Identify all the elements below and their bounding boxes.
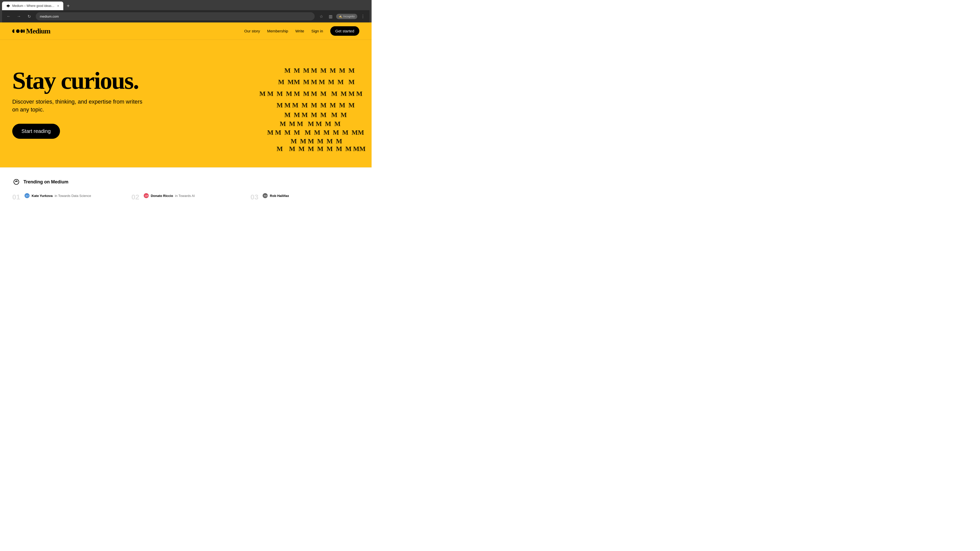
nav-signin[interactable]: Sign in: [311, 29, 323, 33]
hero-section: Stay curious. Discover stories, thinking…: [0, 40, 372, 167]
start-reading-button[interactable]: Start reading: [12, 124, 60, 139]
trending-author-info: RH Rob Hallifax: [262, 193, 360, 198]
nav-our-story[interactable]: Our story: [244, 29, 260, 33]
trending-items-list: 01 KY Kate Yurkova in Towards Data Scien…: [12, 193, 360, 201]
get-started-button[interactable]: Get started: [330, 26, 360, 36]
trending-number: 03: [250, 193, 259, 201]
author-avatar: KY: [24, 193, 30, 198]
trending-item[interactable]: 01 KY Kate Yurkova in Towards Data Scien…: [12, 193, 121, 201]
browser-tabs: Medium – Where good ideas f... × +: [2, 2, 369, 10]
medium-navbar: Medium Our story Membership Write Sign i…: [0, 22, 372, 40]
nav-membership[interactable]: Membership: [267, 29, 288, 33]
svg-rect-5: [14, 28, 16, 35]
svg-rect-2: [8, 4, 8, 7]
trending-number: 01: [12, 193, 21, 201]
hero-decoration: MMMMMMMMMMMMMMMMMMMMMMMMMMMMMMMMMMMMMMMM…: [203, 55, 360, 152]
active-tab[interactable]: Medium – Where good ideas f... ×: [2, 2, 63, 10]
trending-item-content: DR Donato Riccio in Towards AI: [144, 193, 240, 199]
browser-menu-button[interactable]: ⋮: [360, 13, 366, 20]
author-avatar: DR: [144, 193, 149, 198]
hero-content: Stay curious. Discover stories, thinking…: [12, 55, 203, 152]
url-input[interactable]: [36, 12, 315, 21]
address-bar: ← → ↻ ☆ ▥ 🕵 Incognito ⋮: [2, 10, 369, 22]
svg-text:RH: RH: [264, 195, 267, 197]
forward-button[interactable]: →: [15, 13, 22, 20]
trending-number: 02: [131, 193, 140, 201]
svg-text:DR: DR: [145, 195, 148, 197]
trending-section-title: Trending on Medium: [24, 179, 68, 185]
hero-title: Stay curious.: [12, 68, 203, 93]
bookmark-button[interactable]: ☆: [318, 13, 325, 20]
hero-subtitle: Discover stories, thinking, and expertis…: [12, 98, 145, 114]
browser-chrome: Medium – Where good ideas f... × + ← → ↻…: [0, 0, 372, 22]
incognito-icon: 🕵: [339, 15, 342, 18]
trending-item-content: RH Rob Hallifax: [262, 193, 360, 199]
author-avatar: RH: [262, 193, 268, 198]
tab-favicon: [6, 4, 10, 8]
author-name: Kate Yurkova: [32, 194, 52, 198]
trending-section: Trending on Medium 01 KY Kate Yurkova in…: [0, 167, 372, 211]
medium-logo-icon: [12, 27, 25, 35]
trending-item-content: KY Kate Yurkova in Towards Data Science: [24, 193, 121, 199]
m-pattern-decoration: MMMMMMMMMMMMMMMMMMMMMMMMMMMMMMMMMMMMMMMM…: [203, 55, 360, 152]
browser-action-buttons: ☆ ▥ 🕵 Incognito ⋮: [318, 13, 366, 20]
incognito-label: Incognito: [343, 15, 355, 18]
medium-website: Medium Our story Membership Write Sign i…: [0, 22, 372, 211]
tab-close-button[interactable]: ×: [57, 4, 59, 8]
trending-author-info: KY Kate Yurkova in Towards Data Science: [24, 193, 121, 198]
reload-button[interactable]: ↻: [25, 13, 33, 20]
sidebar-button[interactable]: ▥: [327, 13, 334, 20]
svg-point-7: [23, 29, 25, 33]
nav-write[interactable]: Write: [295, 29, 304, 33]
new-tab-button[interactable]: +: [64, 2, 73, 10]
trending-item[interactable]: 03 RH Rob Hallifax: [250, 193, 360, 201]
author-name: Rob Hallifax: [270, 194, 289, 198]
svg-point-4: [16, 29, 20, 33]
svg-text:KY: KY: [26, 195, 29, 197]
svg-point-6: [21, 29, 23, 33]
trending-header: Trending on Medium: [12, 178, 360, 186]
author-publication: in Towards Data Science: [55, 194, 91, 198]
trending-author-info: DR Donato Riccio in Towards AI: [144, 193, 240, 198]
medium-logo[interactable]: Medium: [12, 27, 50, 35]
medium-wordmark: Medium: [26, 27, 50, 35]
trending-icon: [12, 178, 21, 186]
author-publication: in Towards AI: [175, 194, 195, 198]
tab-title: Medium – Where good ideas f...: [12, 4, 55, 8]
incognito-badge: 🕵 Incognito: [336, 14, 357, 19]
author-name: Donato Riccio: [151, 194, 173, 198]
back-button[interactable]: ←: [5, 13, 12, 20]
trending-item[interactable]: 02 DR Donato Riccio in Towards AI: [131, 193, 240, 201]
nav-links: Our story Membership Write Sign in Get s…: [244, 26, 360, 36]
